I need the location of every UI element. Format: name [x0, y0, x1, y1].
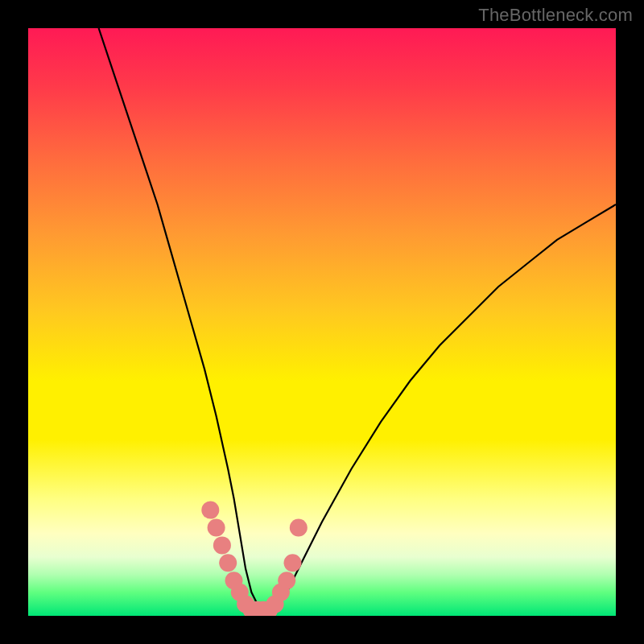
marker-dot — [208, 519, 225, 537]
marker-dot — [278, 572, 295, 589]
plot-area — [28, 28, 616, 616]
marker-dot — [284, 554, 302, 572]
chart-frame: TheBottleneck.com — [0, 0, 644, 644]
marker-dot — [219, 554, 237, 572]
marker-dot — [213, 536, 231, 554]
watermark-text: TheBottleneck.com — [478, 5, 633, 26]
bottleneck-curve — [99, 28, 616, 610]
chart-svg — [28, 28, 616, 616]
marker-dot — [201, 502, 219, 519]
marker-dot — [290, 519, 308, 537]
